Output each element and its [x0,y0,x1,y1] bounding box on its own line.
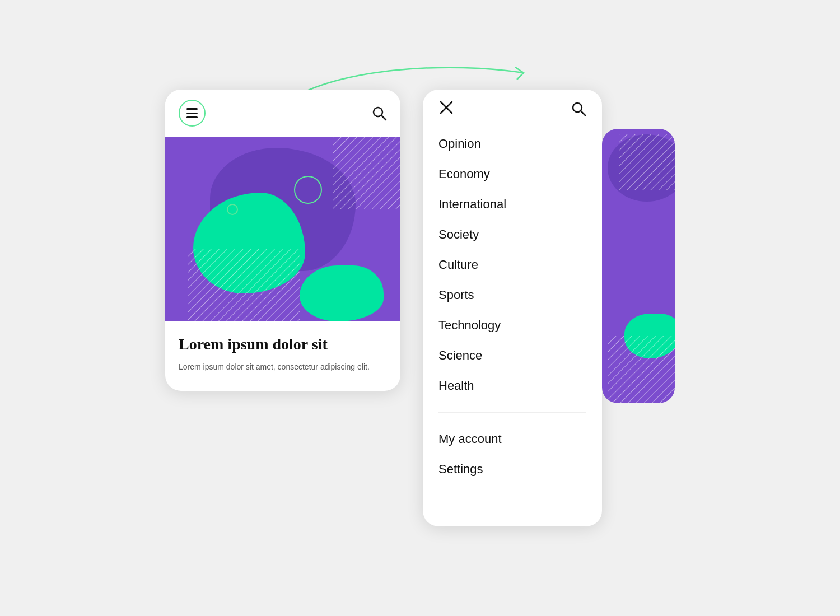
nav-link-science[interactable]: Science [423,340,602,371]
nav-item-opinion: Opinion [423,129,602,159]
hamburger-line-1 [186,108,198,110]
svg-rect-5 [188,249,300,321]
right-partial-image [602,129,675,403]
stripes-bottom-left [188,249,300,321]
svg-rect-3 [333,137,400,209]
secondary-link-settings[interactable]: Settings [423,454,602,484]
nav-menu: OpinionEconomyInternationalSocietyCultur… [423,123,602,407]
svg-rect-13 [608,336,675,403]
circle-small [227,204,238,215]
svg-rect-11 [619,134,675,190]
svg-line-9 [581,111,586,116]
right-stripes-top [619,134,675,190]
close-button[interactable] [438,100,454,118]
nav-item-culture: Culture [423,250,602,280]
svg-point-8 [573,103,582,112]
menu-search-icon [571,101,586,116]
hero-image [165,137,400,321]
search-icon [371,105,387,121]
nav-item-health: Health [423,371,602,401]
phone-header [165,90,400,137]
menu-panel: OpinionEconomyInternationalSocietyCultur… [423,90,602,526]
stripes-top-right [333,137,400,209]
nav-link-sports[interactable]: Sports [423,280,602,310]
nav-link-opinion[interactable]: Opinion [423,129,602,159]
secondary-menu: My accountSettings [423,418,602,490]
article-title: Lorem ipsum dolor sit [179,335,387,354]
nav-item-society: Society [423,220,602,250]
nav-item-technology: Technology [423,310,602,340]
close-icon [438,100,454,115]
svg-line-1 [382,116,386,120]
nav-link-health[interactable]: Health [423,371,602,401]
menu-divider [438,412,586,413]
nav-item-international: International [423,189,602,220]
secondary-item-my-account: My account [423,424,602,454]
hamburger-line-3 [186,116,198,118]
nav-item-sports: Sports [423,280,602,310]
search-button[interactable] [371,105,387,121]
phone-card: Lorem ipsum dolor sit Lorem ipsum dolor … [165,90,400,391]
svg-point-0 [374,108,382,116]
nav-link-international[interactable]: International [423,189,602,220]
article-excerpt: Lorem ipsum dolor sit amet, consectetur … [179,361,387,373]
nav-item-economy: Economy [423,159,602,189]
secondary-item-settings: Settings [423,454,602,484]
nav-item-science: Science [423,340,602,371]
hamburger-button[interactable] [179,100,206,127]
nav-link-society[interactable]: Society [423,220,602,250]
circle-outline [294,176,322,204]
menu-search-button[interactable] [571,101,586,116]
nav-link-economy[interactable]: Economy [423,159,602,189]
menu-header [423,100,602,123]
nav-link-technology[interactable]: Technology [423,310,602,340]
secondary-link-my-account[interactable]: My account [423,424,602,454]
right-stripes-bottom [608,336,675,403]
nav-link-culture[interactable]: Culture [423,250,602,280]
hamburger-line-2 [186,113,198,114]
blob-green-bottom [300,265,384,321]
phone-content: Lorem ipsum dolor sit Lorem ipsum dolor … [165,321,400,391]
